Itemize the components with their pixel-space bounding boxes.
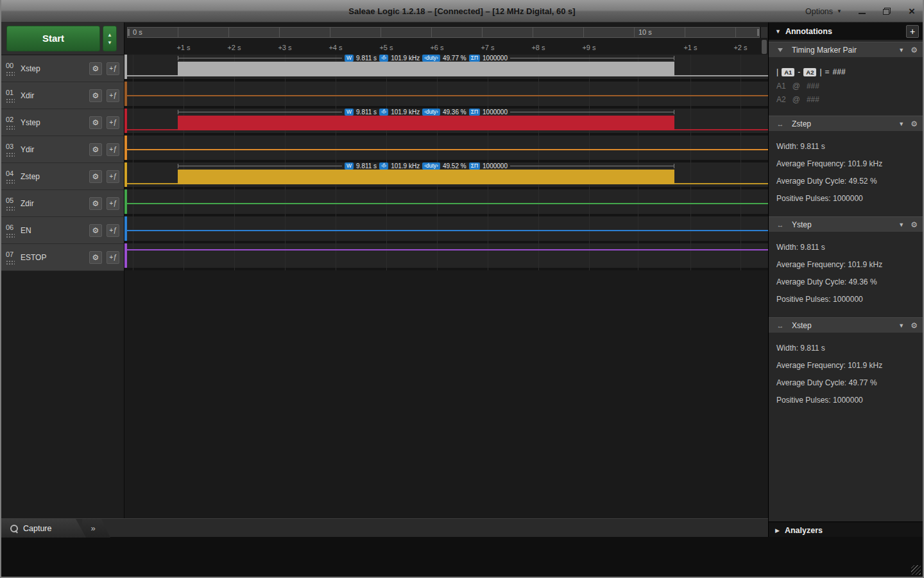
- channel-drag-grip[interactable]: [6, 152, 15, 157]
- channel-number: 03: [6, 143, 19, 150]
- channel-settings-button[interactable]: ⚙: [89, 251, 102, 264]
- waveform-row-ystep[interactable]: W 9.811 s ‹f› 101.9 kHz ‹duty› 49.36 % Σ…: [124, 109, 768, 136]
- channel-trigger-button[interactable]: +ƒ: [107, 116, 119, 129]
- waveform-row-xdir[interactable]: [124, 82, 768, 109]
- add-annotation-button[interactable]: +: [906, 25, 919, 38]
- channel-settings-button[interactable]: ⚙: [89, 224, 102, 237]
- collapse-icon[interactable]: ▼: [775, 28, 781, 35]
- channel-row[interactable]: 02 Ystep ⚙ +ƒ: [1, 109, 124, 136]
- tab-capture[interactable]: Capture: [1, 519, 86, 538]
- channel-drag-grip[interactable]: [6, 260, 15, 265]
- channel-trigger-button[interactable]: +ƒ: [107, 62, 119, 75]
- gear-icon[interactable]: ⚙: [911, 321, 918, 330]
- waveform-area[interactable]: 0 s 10 s +1 s +2 s +3 s +4 s +5 s +6 s +…: [124, 22, 768, 541]
- waveform-row-zstep[interactable]: W 9.811 s ‹f› 101.9 kHz ‹duty› 49.52 % Σ…: [124, 162, 768, 189]
- start-options-button[interactable]: ▲ ▼: [103, 26, 117, 51]
- frequency-value: 101.9 kHz: [391, 55, 420, 62]
- channel-trigger-button[interactable]: +ƒ: [107, 170, 119, 183]
- channel-row[interactable]: 00 Xstep ⚙ +ƒ: [1, 55, 124, 82]
- dropdown-icon[interactable]: ▼: [898, 47, 904, 53]
- waveform-row-ydir[interactable]: [124, 136, 768, 162]
- trigger-icon: +ƒ: [109, 92, 116, 99]
- channel-settings-button[interactable]: ⚙: [89, 197, 102, 210]
- annotations-header[interactable]: ▼ Annotations +: [769, 22, 923, 40]
- channel-name: Xstep: [19, 64, 89, 73]
- channel-trigger-button[interactable]: +ƒ: [107, 143, 119, 156]
- waveform-row-xstep[interactable]: W 9.811 s ‹f› 101.9 kHz ‹duty› 49.77 % Σ…: [124, 55, 768, 82]
- waveform-row-estop[interactable]: [124, 243, 768, 270]
- duty-value: 49.77 %: [443, 55, 466, 62]
- channel-row[interactable]: 07 ESTOP ⚙ +ƒ: [1, 244, 124, 271]
- tick-label: +1 s: [683, 44, 697, 51]
- channel-settings-button[interactable]: ⚙: [89, 170, 102, 183]
- gear-icon: ⚙: [92, 146, 99, 153]
- pulse-count-value: 1000000: [833, 295, 863, 304]
- channel-row[interactable]: 04 Zstep ⚙ +ƒ: [1, 163, 124, 190]
- width-value: 9.811 s: [356, 162, 377, 170]
- tick-label: +6 s: [430, 44, 443, 51]
- measurement-header-ystep[interactable]: ↔ Ystep ▼ ⚙: [769, 216, 923, 232]
- frequency-value: 101.9 kHz: [848, 260, 882, 269]
- dropdown-icon[interactable]: ▼: [898, 222, 904, 228]
- pulse-count-value: 1000000: [483, 55, 508, 62]
- channel-settings-button[interactable]: ⚙: [89, 116, 102, 129]
- close-icon: ×: [909, 6, 915, 17]
- channel-number: 00: [6, 62, 19, 69]
- channel-trigger-button[interactable]: +ƒ: [107, 251, 119, 264]
- overview-left-handle[interactable]: [128, 29, 130, 36]
- waveform-row-en[interactable]: [124, 216, 768, 243]
- gear-icon[interactable]: ⚙: [911, 46, 918, 55]
- restore-button[interactable]: [881, 6, 893, 17]
- channel-row[interactable]: 03 Ydir ⚙ +ƒ: [1, 136, 124, 163]
- channel-row[interactable]: 01 Xdir ⚙ +ƒ: [1, 82, 124, 109]
- channel-settings-button[interactable]: ⚙: [89, 143, 102, 156]
- channel-drag-grip[interactable]: [6, 233, 15, 238]
- more-tabs-button[interactable]: »: [82, 519, 110, 538]
- duty-badge-icon: ‹duty›: [422, 162, 440, 170]
- trigger-icon: +ƒ: [109, 119, 116, 126]
- channel-number: 07: [6, 250, 19, 258]
- channel-settings-button[interactable]: ⚙: [89, 62, 102, 75]
- close-button[interactable]: ×: [906, 6, 918, 17]
- signal-line: [127, 249, 768, 250]
- channel-drag-grip[interactable]: [6, 125, 15, 130]
- frequency-badge-icon: ‹f›: [379, 55, 388, 62]
- channel-row[interactable]: 05 Zdir ⚙ +ƒ: [1, 190, 124, 217]
- measurement-body-zstep: Width: 9.811 s Average Frequency: 101.9 …: [769, 132, 923, 216]
- channel-drag-grip[interactable]: [6, 98, 15, 103]
- start-button[interactable]: Start: [6, 26, 100, 51]
- channel-drag-grip[interactable]: [6, 206, 15, 211]
- channel-color-strip: [124, 189, 127, 214]
- gear-icon[interactable]: ⚙: [911, 119, 918, 128]
- titlebar[interactable]: Saleae Logic 1.2.18 – [Connected] – [12 …: [1, 0, 923, 22]
- pulse-count-value: 1000000: [483, 162, 508, 170]
- channel-trigger-button[interactable]: +ƒ: [107, 197, 119, 210]
- measurement-header-zstep[interactable]: ↔ Zstep ▼ ⚙: [769, 116, 923, 132]
- measurement-header-xstep[interactable]: ↔ Xstep ▼ ⚙: [769, 317, 923, 333]
- signal-line: [127, 203, 768, 204]
- vertical-scrollbar-thumb[interactable]: [762, 40, 767, 54]
- window-title: Saleae Logic 1.2.18 – [Connected] – [12 …: [1, 0, 923, 22]
- width-badge-icon: W: [345, 55, 354, 62]
- timing-marker-pair-header[interactable]: Timing Marker Pair ▼ ⚙: [769, 42, 923, 58]
- frequency-badge-icon: ‹f›: [379, 162, 388, 170]
- timeline-overview-bar[interactable]: 0 s 10 s: [127, 27, 760, 38]
- dropdown-icon[interactable]: ▼: [898, 322, 904, 329]
- channel-trigger-button[interactable]: +ƒ: [107, 224, 119, 237]
- gear-icon[interactable]: ⚙: [911, 220, 918, 229]
- trigger-icon: +ƒ: [109, 66, 116, 72]
- timing-marker-pair-body: | A1 - A2 | = ### A1 @ ### A2 @ ###: [769, 58, 923, 116]
- width-value: 9.811 s: [356, 55, 377, 62]
- channel-settings-button[interactable]: ⚙: [89, 89, 102, 102]
- resize-grip[interactable]: [911, 565, 921, 575]
- channel-trigger-button[interactable]: +ƒ: [107, 89, 119, 102]
- dropdown-icon[interactable]: ▼: [898, 121, 904, 127]
- waveform-row-zdir[interactable]: [124, 189, 768, 216]
- minimize-button[interactable]: [856, 6, 868, 17]
- options-menu[interactable]: Options ▼: [805, 0, 842, 22]
- channel-drag-grip[interactable]: [6, 179, 15, 184]
- channel-drag-grip[interactable]: [6, 71, 15, 76]
- channel-row[interactable]: 06 EN ⚙ +ƒ: [1, 217, 124, 244]
- overview-right-handle[interactable]: [757, 29, 759, 36]
- width-value: 9.811 s: [800, 142, 825, 151]
